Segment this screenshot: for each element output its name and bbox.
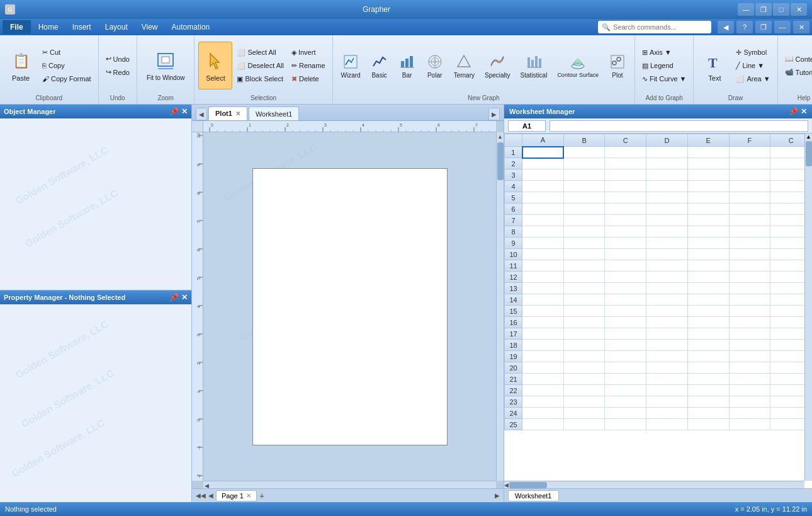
cell-22-0[interactable]: [522, 385, 564, 396]
cell-25-4[interactable]: [687, 419, 729, 430]
polar-button[interactable]: Polar: [422, 42, 448, 89]
grid-scroll-v-up[interactable]: ▲: [806, 134, 811, 140]
cell-2-0[interactable]: [522, 158, 564, 169]
cell-18-1[interactable]: [563, 340, 605, 351]
cell-15-4[interactable]: [687, 306, 729, 317]
col-header-e[interactable]: E: [687, 134, 729, 147]
cell-19-3[interactable]: [646, 351, 688, 362]
cell-17-0[interactable]: [522, 328, 564, 340]
cell-4-4[interactable]: [687, 181, 729, 192]
cell-19-2[interactable]: [605, 351, 646, 362]
cell-22-2[interactable]: [605, 385, 646, 396]
cell-12-5[interactable]: [729, 272, 770, 283]
statistical-button[interactable]: Statistical: [516, 42, 552, 89]
col-header-c[interactable]: C: [605, 134, 646, 147]
cell-20-4[interactable]: [687, 362, 729, 374]
help-question-button[interactable]: ?: [736, 21, 753, 33]
ternary-button[interactable]: Ternary: [449, 42, 479, 89]
scroll-h-left[interactable]: ◀: [203, 483, 210, 488]
fit-curve-button[interactable]: ∿ Fit Curve ▼: [639, 72, 690, 85]
cell-reference[interactable]: A1: [508, 120, 546, 132]
cell-20-2[interactable]: [605, 362, 646, 374]
scroll-v-thumb[interactable]: [497, 142, 504, 180]
contour-surface-button[interactable]: Contour Surface: [553, 42, 603, 89]
cell-6-2[interactable]: [605, 204, 646, 215]
bar-button[interactable]: Bar: [394, 42, 420, 89]
cell-7-5[interactable]: [729, 215, 770, 226]
cell-12-3[interactable]: [646, 272, 688, 283]
cell-3-5[interactable]: [729, 169, 770, 181]
cell-1-0[interactable]: [522, 147, 564, 158]
cell-11-1[interactable]: [563, 260, 605, 272]
worksheet-manager-pin[interactable]: 📌: [789, 107, 798, 116]
cell-21-0[interactable]: [522, 374, 564, 385]
cell-3-4[interactable]: [687, 169, 729, 181]
cell-22-4[interactable]: [687, 385, 729, 396]
menu-insert[interactable]: Insert: [66, 20, 98, 34]
scroll-v-up[interactable]: ▲: [497, 134, 503, 140]
grid-scroll-v-thumb[interactable]: [806, 141, 812, 166]
cell-10-4[interactable]: [687, 249, 729, 260]
object-manager-close[interactable]: ✕: [181, 107, 188, 116]
cell-2-3[interactable]: [646, 158, 688, 169]
cell-15-3[interactable]: [646, 306, 688, 317]
page-tab-1-close[interactable]: ✕: [246, 492, 251, 499]
menu-view[interactable]: View: [135, 20, 164, 34]
contents-button[interactable]: 📖 Contents: [782, 53, 812, 66]
cell-23-4[interactable]: [687, 396, 729, 408]
cell-19-1[interactable]: [563, 351, 605, 362]
property-manager-pin[interactable]: 📌: [169, 293, 179, 302]
cell-13-1[interactable]: [563, 283, 605, 294]
tab-plot1[interactable]: Plot1 ✕: [208, 106, 247, 120]
cell-14-5[interactable]: [729, 294, 770, 306]
cell-10-2[interactable]: [605, 249, 646, 260]
cell-10-1[interactable]: [563, 249, 605, 260]
worksheet-manager-controls[interactable]: 📌 ✕: [789, 107, 807, 116]
cell-7-1[interactable]: [563, 215, 605, 226]
cell-15-2[interactable]: [605, 306, 646, 317]
menu-file[interactable]: File: [3, 20, 31, 34]
cell-21-3[interactable]: [646, 374, 688, 385]
redo-button[interactable]: ↪ Redo: [103, 66, 133, 79]
maximize-button[interactable]: □: [773, 3, 789, 16]
cell-1-1[interactable]: [563, 147, 605, 158]
cell-24-2[interactable]: [605, 408, 646, 419]
menu-automation[interactable]: Automation: [166, 20, 217, 34]
cell-9-4[interactable]: [687, 238, 729, 249]
cell-7-3[interactable]: [646, 215, 688, 226]
canvas-scrollbar-h[interactable]: ◀: [203, 481, 496, 488]
cell-1-5[interactable]: [729, 147, 770, 158]
cell-24-4[interactable]: [687, 408, 729, 419]
copy-button[interactable]: ⎘ Copy: [39, 59, 94, 72]
help-close-button[interactable]: ✕: [793, 21, 809, 33]
cell-10-0[interactable]: [522, 249, 564, 260]
cell-12-2[interactable]: [605, 272, 646, 283]
cell-11-4[interactable]: [687, 260, 729, 272]
cell-4-3[interactable]: [646, 181, 688, 192]
cell-5-0[interactable]: [522, 192, 564, 204]
cell-5-1[interactable]: [563, 192, 605, 204]
title-controls[interactable]: — ❐ □ ✕: [738, 3, 807, 16]
cell-4-1[interactable]: [563, 181, 605, 192]
page-nav-prev[interactable]: ◀: [208, 492, 213, 499]
cell-5-4[interactable]: [687, 192, 729, 204]
close-button[interactable]: ✕: [791, 3, 807, 16]
cell-14-3[interactable]: [646, 294, 688, 306]
block-select-button[interactable]: ▣ Block Select: [234, 72, 286, 85]
rename-button[interactable]: ✏ Rename: [288, 59, 329, 72]
cell-14-1[interactable]: [563, 294, 605, 306]
worksheet-manager-close[interactable]: ✕: [801, 107, 807, 116]
cell-16-2[interactable]: [605, 317, 646, 328]
cell-6-4[interactable]: [687, 204, 729, 215]
ws-tab-1[interactable]: Worksheet1: [508, 490, 559, 502]
cell-12-0[interactable]: [522, 272, 564, 283]
cell-12-4[interactable]: [687, 272, 729, 283]
cell-8-2[interactable]: [605, 226, 646, 238]
cell-16-5[interactable]: [729, 317, 770, 328]
search-box[interactable]: 🔍: [598, 21, 711, 33]
grid-scroll-h-left[interactable]: ◀: [504, 482, 509, 488]
cell-17-4[interactable]: [687, 328, 729, 340]
cell-25-3[interactable]: [646, 419, 688, 430]
cell-21-4[interactable]: [687, 374, 729, 385]
cell-13-0[interactable]: [522, 283, 564, 294]
